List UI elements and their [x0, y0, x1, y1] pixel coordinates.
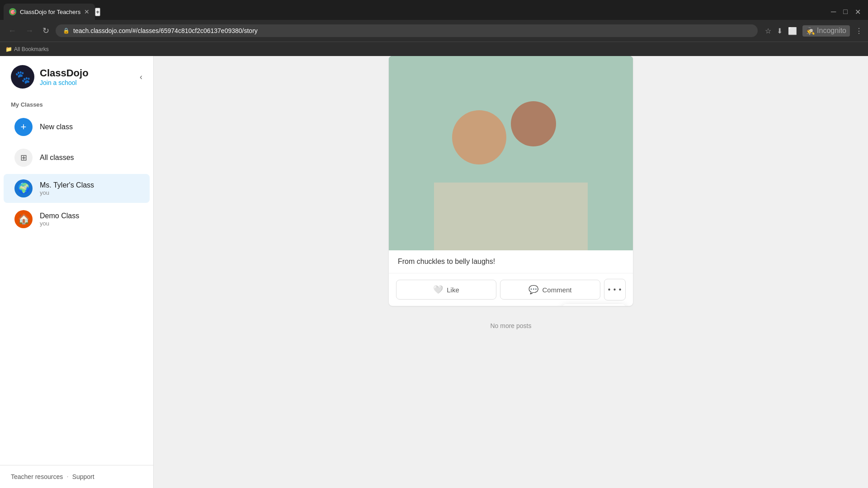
new-class-text: New class — [40, 123, 73, 131]
svg-rect-11 — [414, 188, 499, 240]
menu-icon[interactable]: ⋮ — [855, 27, 863, 35]
all-classes-icon: ⊞ — [14, 149, 33, 167]
sidebar: 🐾 ClassDojo Join a school ‹ My Classes +… — [0, 56, 154, 488]
logo-icon: 🐾 — [11, 65, 34, 89]
edit-option[interactable]: Edit — [562, 304, 626, 306]
like-button[interactable]: 🤍 Like — [396, 280, 496, 300]
brand-name: ClassDojo — [40, 67, 89, 79]
svg-point-2 — [423, 115, 472, 178]
new-class-item[interactable]: + New class — [4, 113, 150, 141]
join-school-link[interactable]: Join a school — [40, 79, 89, 86]
class-name-1: Demo Class — [40, 212, 79, 220]
svg-rect-15 — [439, 205, 448, 214]
class-avatar-1: 🏠 — [14, 210, 33, 228]
class-avatar-0: 🌍 — [14, 179, 33, 197]
window-controls: ─ □ ✕ — [831, 8, 864, 16]
brand-text: ClassDojo Join a school — [40, 67, 89, 86]
svg-rect-12 — [429, 196, 439, 205]
sidebar-footer: Teacher resources · Support — [0, 465, 153, 488]
svg-point-10 — [597, 146, 624, 183]
svg-rect-16 — [389, 56, 633, 178]
svg-point-6 — [542, 122, 579, 167]
class-item-1[interactable]: 🏠 Demo Class you — [4, 205, 150, 234]
incognito-badge: 🕵 Incognito — [802, 25, 850, 37]
svg-point-5 — [495, 106, 527, 137]
app-container: 🐾 ClassDojo Join a school ‹ My Classes +… — [0, 56, 868, 488]
maximize-button[interactable]: □ — [843, 8, 848, 16]
dropdown-menu: Edit Delete — [562, 304, 626, 306]
svg-rect-13 — [439, 196, 448, 205]
refresh-button[interactable]: ↻ — [40, 24, 52, 38]
incognito-icon: 🕵 — [806, 27, 815, 35]
all-classes-label: All classes — [40, 154, 74, 162]
comment-icon: 💬 — [528, 285, 538, 295]
new-class-label: New class — [40, 123, 73, 131]
svg-point-3 — [430, 93, 465, 127]
svg-rect-14 — [429, 205, 439, 214]
sidebar-collapse-button[interactable]: ‹ — [140, 72, 142, 82]
browser-toolbar: ← → ↻ 🔒 ☆ ⬇ ⬜ 🕵 Incognito ⋮ — [0, 20, 868, 42]
minimize-button[interactable]: ─ — [831, 8, 836, 16]
security-icon: 🔒 — [63, 28, 70, 34]
svg-rect-0 — [389, 56, 633, 250]
more-dots-icon: • • • — [608, 286, 622, 294]
sidebar-header: 🐾 ClassDojo Join a school ‹ — [0, 56, 153, 98]
post-image-svg — [389, 56, 633, 250]
more-actions-container: • • • Edit Delete — [604, 279, 626, 300]
class-text-1: Demo Class you — [40, 212, 79, 227]
extensions-icon[interactable]: ⬜ — [788, 27, 797, 35]
svg-point-8 — [580, 135, 614, 176]
post-actions: 🤍 Like 💬 Comment • • • Edit — [389, 273, 633, 306]
main-content: From chuckles to belly laughs! 🤍 Like 💬 … — [154, 56, 868, 488]
back-button[interactable]: ← — [5, 24, 19, 38]
class-sub-0: you — [40, 189, 94, 196]
heart-icon: 🤍 — [433, 285, 443, 295]
new-tab-button[interactable]: + — [95, 8, 100, 16]
bookmarks-label: 📁 All Bookmarks — [5, 46, 49, 52]
my-classes-label: My Classes — [0, 98, 153, 112]
bookmarks-bar: 📁 All Bookmarks — [0, 42, 868, 56]
tab-favicon: 🎯 — [9, 8, 16, 15]
more-options-button[interactable]: • • • — [604, 279, 626, 300]
bookmark-icon[interactable]: ☆ — [765, 27, 771, 35]
no-more-posts-label: No more posts — [389, 313, 633, 338]
svg-point-7 — [548, 100, 577, 129]
support-link[interactable]: Support — [72, 473, 94, 480]
incognito-label: Incognito — [817, 27, 846, 35]
tab-close-button[interactable]: ✕ — [84, 8, 90, 15]
teacher-resources-link[interactable]: Teacher resources — [11, 473, 63, 480]
svg-rect-1 — [389, 174, 633, 250]
class-item-0[interactable]: 🌍 Ms. Tyler's Class you — [4, 174, 150, 203]
download-icon[interactable]: ⬇ — [777, 27, 783, 35]
feed-container: From chuckles to belly laughs! 🤍 Like 💬 … — [389, 56, 633, 470]
post-card: From chuckles to belly laughs! 🤍 Like 💬 … — [389, 56, 633, 306]
comment-label: Comment — [542, 286, 571, 294]
svg-point-4 — [495, 126, 536, 176]
browser-chrome: 🎯 ClassDojo for Teachers ✕ + ─ □ ✕ ← → ↻… — [0, 0, 868, 56]
tab-bar: 🎯 ClassDojo for Teachers ✕ + ─ □ ✕ — [0, 0, 868, 20]
post-image — [389, 56, 633, 250]
new-class-icon: + — [14, 118, 33, 136]
all-classes-text: All classes — [40, 154, 74, 162]
post-caption: From chuckles to belly laughs! — [389, 250, 633, 273]
logo-area: 🐾 ClassDojo Join a school — [11, 65, 89, 89]
all-classes-item[interactable]: ⊞ All classes — [4, 143, 150, 172]
address-bar[interactable]: 🔒 — [56, 24, 758, 37]
class-sub-1: you — [40, 220, 79, 227]
toolbar-icons: ☆ ⬇ ⬜ 🕵 Incognito ⋮ — [765, 25, 863, 37]
comment-button[interactable]: 💬 Comment — [500, 280, 600, 300]
close-button[interactable]: ✕ — [855, 8, 861, 16]
footer-dot: · — [66, 473, 68, 481]
forward-button[interactable]: → — [23, 24, 36, 38]
url-input[interactable] — [73, 27, 750, 34]
class-name-0: Ms. Tyler's Class — [40, 181, 94, 189]
like-label: Like — [447, 286, 459, 294]
class-text-0: Ms. Tyler's Class you — [40, 181, 94, 196]
svg-point-9 — [582, 119, 607, 145]
active-tab[interactable]: 🎯 ClassDojo for Teachers ✕ — [4, 4, 95, 20]
tab-title: ClassDojo for Teachers — [20, 9, 80, 15]
